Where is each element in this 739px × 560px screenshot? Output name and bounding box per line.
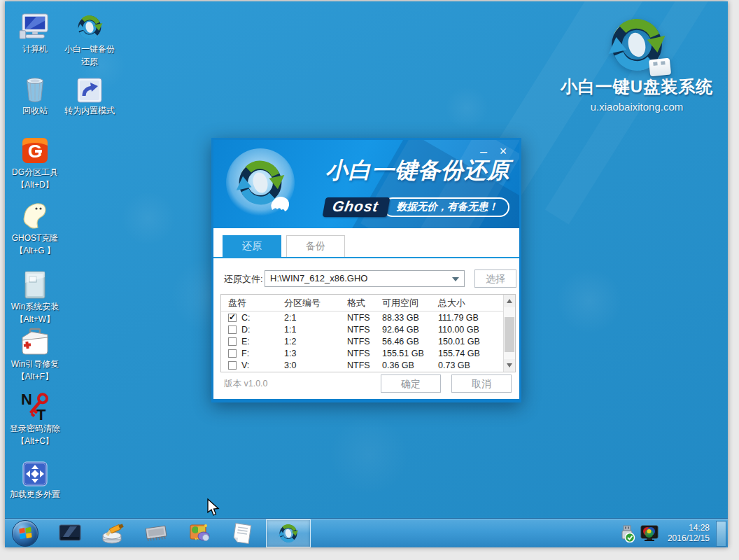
cell: 1:1: [284, 325, 347, 335]
drive-letter: D:: [241, 325, 251, 335]
drive-letter: E:: [241, 337, 250, 346]
tab-backup[interactable]: 备份: [286, 235, 345, 257]
taskbar-disk-cleanup-button[interactable]: [101, 522, 125, 545]
shortcut-arrow-icon: [59, 73, 120, 104]
taskbar-xiaobai-app-button[interactable]: [266, 519, 311, 547]
drive-row[interactable]: V:3:0NTFS0.36 GB0.73 GB: [221, 359, 515, 371]
cell: 3:0: [284, 360, 347, 370]
display-icon: [59, 524, 81, 542]
dialog-title: 小白一键备份还原: [325, 155, 519, 186]
drive-letter: V:: [241, 360, 249, 370]
column-header: 格式: [347, 297, 382, 309]
nt-key-icon: N T: [5, 391, 65, 421]
taskbar: 14:28 2016/12/15: [5, 518, 728, 547]
taskbar-memory-button[interactable]: [145, 522, 169, 545]
drive-checkbox[interactable]: [228, 326, 237, 334]
desktop-icon-xiaobai-backup[interactable]: 小白一键备份 还原: [59, 11, 120, 67]
expand-arrows-icon: [5, 456, 65, 487]
brand-block: 小白一键U盘装系统 u.xiaobaixitong.com: [549, 13, 724, 113]
cell: 0.36 GB: [382, 360, 438, 370]
scroll-down-button[interactable]: [504, 359, 515, 372]
desktop-icon-internal-mode[interactable]: 转为内置模式: [59, 73, 120, 116]
memory-chip-icon: [145, 524, 169, 542]
tab-underline: [213, 257, 519, 258]
taskbar-clock[interactable]: 14:28 2016/12/15: [668, 523, 710, 544]
cell: 111.79 GB: [438, 313, 496, 323]
cell: 1:3: [284, 349, 347, 358]
ghost-icon: [5, 200, 65, 231]
xiaobai-logo-icon: [59, 11, 120, 42]
drive-row[interactable]: D:1:1NTFS92.64 GB110.00 GB: [221, 323, 515, 335]
table-scrollbar[interactable]: [503, 295, 515, 372]
chevron-down-icon: [452, 277, 459, 281]
slogan-pill: 数据无价，有备无患！: [383, 197, 509, 217]
drive-row[interactable]: C:2:1NTFS88.33 GB111.79 GB: [221, 312, 515, 323]
cell: 110.00 GB: [438, 325, 496, 335]
taskbar-display-button[interactable]: [58, 522, 82, 545]
cell: 0.73 GB: [438, 360, 496, 370]
minimize-button[interactable]: –: [476, 144, 491, 160]
desktop-icon-dg-partition[interactable]: G DG分区工具 【Alt+D】: [5, 134, 65, 190]
cell: 150.01 GB: [438, 337, 496, 346]
taskbar-notepad-button[interactable]: [230, 522, 254, 545]
drive-checkbox[interactable]: [228, 314, 237, 322]
desktop-icon-win-boot-repair[interactable]: Win引导修复 【Alt+F】: [5, 326, 65, 382]
cell: NTFS: [347, 337, 382, 346]
windows-flag-icon: [19, 527, 32, 540]
cell: NTFS: [347, 313, 382, 323]
notepad-icon: [232, 522, 253, 545]
drive-table-header: 盘符分区编号格式可用空间总大小: [221, 295, 515, 312]
scroll-up-button[interactable]: [504, 295, 515, 307]
column-header: 总大小: [438, 297, 496, 309]
cell: 56.46 GB: [382, 337, 438, 346]
drive-letter: C:: [241, 313, 251, 323]
image-viewer-icon: [189, 523, 211, 544]
drive-row[interactable]: E:1:2NTFS56.46 GB150.01 GB: [221, 335, 515, 347]
cell: 155.74 GB: [438, 349, 496, 358]
xiaobai-usb-logo: [605, 13, 669, 77]
show-desktop-button[interactable]: [716, 521, 726, 547]
column-header: 分区编号: [284, 297, 347, 309]
cell: NTFS: [347, 349, 382, 358]
cell: 92.64 GB: [382, 325, 438, 335]
choose-button[interactable]: 选择: [474, 270, 516, 288]
desktop-icon-win-install[interactable]: Win系统安装 【Alt+W】: [5, 269, 65, 325]
cell: 88.33 GB: [382, 313, 438, 323]
scrollbar-thumb[interactable]: [505, 317, 514, 352]
usb-device-icon[interactable]: [619, 524, 635, 542]
backup-restore-dialog: 小白一键备份还原 Ghost 数据无价，有备无患！ – × 还原 备份 还原文件…: [211, 138, 521, 402]
desktop-icon-recycle-bin[interactable]: 回收站: [5, 73, 65, 116]
desktop-icon-password-clear[interactable]: N T 登录密码清除 【Alt+C】: [5, 391, 65, 447]
close-button[interactable]: ×: [495, 144, 511, 160]
cell: NTFS: [347, 360, 382, 370]
tab-restore[interactable]: 还原: [223, 235, 281, 257]
xiaobai-app-icon: [277, 522, 300, 545]
column-header: 可用空间: [382, 297, 438, 309]
cell: 2:1: [284, 313, 347, 323]
desktop-icon-computer[interactable]: 计算机: [5, 11, 65, 55]
first-aid-kit-icon: [5, 326, 65, 357]
tab-bar: 还原 备份: [223, 235, 345, 257]
restore-file-select[interactable]: H:\WIN7_612_x86.GHO: [265, 270, 465, 287]
ghost-badge: Ghost: [323, 197, 390, 217]
recycle-bin-icon: [5, 73, 65, 104]
disk-cleanup-icon: [101, 522, 125, 545]
drive-table: 盘符分区编号格式可用空间总大小 C:2:1NTFS88.33 GB111.79 …: [220, 294, 516, 372]
cancel-button[interactable]: 取消: [451, 374, 512, 393]
desktop-icon-ghost-clone[interactable]: GHOST克隆 【Alt+G 】: [5, 200, 65, 256]
drive-checkbox[interactable]: [228, 337, 237, 346]
drive-checkbox[interactable]: [228, 349, 237, 358]
column-header: 盘符: [221, 297, 284, 309]
drive-checkbox[interactable]: [228, 361, 237, 370]
cell: NTFS: [347, 325, 382, 335]
desktop-icon-load-more[interactable]: 加载更多外置: [5, 456, 65, 500]
taskbar-image-viewer-button[interactable]: [188, 522, 212, 545]
drive-row[interactable]: F:1:3NTFS155.51 GB155.74 GB: [221, 347, 515, 359]
ghost-slogan-row: Ghost 数据无价，有备无患！: [324, 197, 509, 217]
display-settings-icon[interactable]: [640, 525, 659, 542]
version-label: 版本 v1.0.0: [224, 378, 268, 390]
ok-button[interactable]: 确定: [381, 374, 441, 393]
cell: 155.51 GB: [382, 349, 438, 358]
restore-file-value: H:\WIN7_612_x86.GHO: [270, 273, 367, 284]
start-button[interactable]: [12, 520, 38, 547]
